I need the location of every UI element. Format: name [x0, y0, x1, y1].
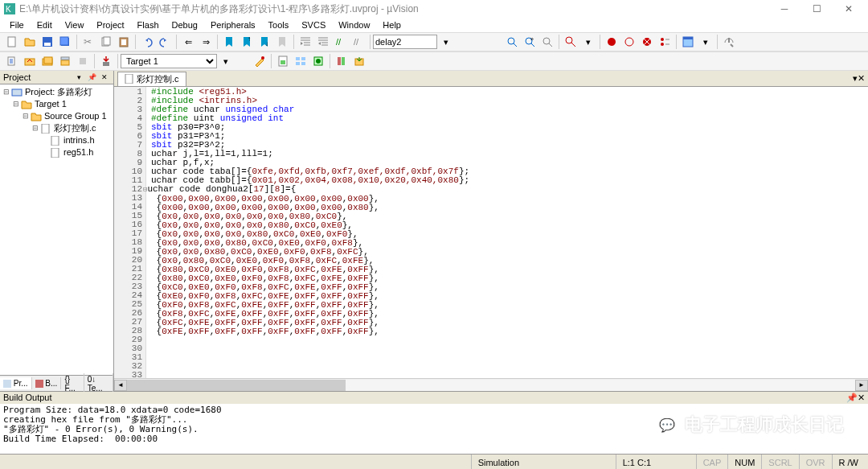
- svg-rect-27: [683, 37, 693, 39]
- indent-icon[interactable]: [297, 34, 313, 50]
- panel-close-icon[interactable]: ✕: [858, 393, 865, 403]
- tree-file[interactable]: intrins.h: [2, 134, 112, 146]
- tab-books[interactable]: B...: [32, 377, 62, 389]
- comment-icon[interactable]: //: [333, 34, 349, 50]
- translate-icon[interactable]: [4, 53, 20, 69]
- debug-icon[interactable]: [563, 34, 579, 50]
- expand-icon[interactable]: ⊟: [21, 110, 30, 122]
- menu-edit[interactable]: Edit: [31, 19, 59, 31]
- find-next-icon[interactable]: »: [522, 34, 538, 50]
- options-target-icon[interactable]: [252, 53, 268, 69]
- find-prev-icon[interactable]: [504, 34, 520, 50]
- download-icon[interactable]: [98, 53, 114, 69]
- menu-help[interactable]: Help: [376, 19, 407, 31]
- redo-icon[interactable]: [157, 34, 173, 50]
- target-combo[interactable]: Target 1: [121, 54, 217, 68]
- save-all-icon[interactable]: [57, 34, 73, 50]
- target-dropdown-icon[interactable]: ▾: [218, 53, 234, 69]
- pack-installer-icon[interactable]: [351, 53, 367, 69]
- svg-point-37: [261, 56, 264, 60]
- menu-svcs[interactable]: SVCS: [295, 19, 332, 31]
- breakpoint-list-icon[interactable]: [657, 34, 673, 50]
- new-file-icon[interactable]: [4, 34, 20, 50]
- bookmark-next-icon[interactable]: ↓: [256, 34, 272, 50]
- menu-debug[interactable]: Debug: [166, 19, 204, 31]
- manage-rte-icon[interactable]: [310, 53, 326, 69]
- window-layout-icon[interactable]: [680, 34, 696, 50]
- panel-close-icon[interactable]: ✕: [99, 72, 110, 83]
- panel-pin-icon[interactable]: 📌: [86, 72, 97, 83]
- tree-root[interactable]: ⊟ Project: 多路彩灯: [2, 86, 112, 98]
- menu-peripherals[interactable]: Peripherals: [204, 19, 262, 31]
- copy-icon[interactable]: [98, 34, 114, 50]
- books-icon[interactable]: [334, 53, 350, 69]
- code-editor[interactable]: 1234567891011121314151617181920212223242…: [114, 87, 868, 378]
- nav-fwd-icon[interactable]: ⇒: [198, 34, 214, 50]
- batch-build-icon[interactable]: [57, 53, 73, 69]
- find-dropdown-icon[interactable]: ▾: [438, 34, 454, 50]
- scroll-right-icon[interactable]: ►: [855, 380, 868, 391]
- editor-hscrollbar[interactable]: ◄ ►: [114, 378, 868, 391]
- open-file-icon[interactable]: [22, 34, 38, 50]
- menu-tools[interactable]: Tools: [262, 19, 296, 31]
- svg-rect-54: [35, 380, 43, 388]
- menu-project[interactable]: Project: [90, 19, 130, 31]
- svg-rect-46: [338, 57, 341, 65]
- window-dropdown-icon[interactable]: ▾: [698, 34, 714, 50]
- cut-icon[interactable]: ✂: [80, 34, 96, 50]
- build-output-text[interactable]: Program Size: data=18.0 xdata=0 code=168…: [0, 404, 868, 454]
- panel-pin-icon[interactable]: 📌: [846, 393, 858, 403]
- tab-functions[interactable]: {} F...: [61, 373, 84, 394]
- minimize-button[interactable]: ─: [768, 0, 800, 18]
- uncomment-icon[interactable]: //: [350, 34, 366, 50]
- bookmark-prev-icon[interactable]: ↑: [239, 34, 255, 50]
- bookmark-clear-icon[interactable]: [274, 34, 290, 50]
- menu-file[interactable]: File: [3, 19, 31, 31]
- menu-view[interactable]: View: [59, 19, 91, 31]
- editor-tab[interactable]: 彩灯控制.c: [117, 72, 186, 86]
- status-caps: CAP: [696, 455, 728, 469]
- close-button[interactable]: ✕: [833, 0, 865, 18]
- tree-label: Project: 多路彩灯: [23, 86, 92, 98]
- expand-icon[interactable]: ⊟: [31, 122, 39, 134]
- incremental-find-icon[interactable]: [539, 34, 555, 50]
- project-tree[interactable]: ⊟ Project: 多路彩灯 ⊟ Target 1 ⊟ Source Grou…: [0, 84, 113, 375]
- panel-dropdown-icon[interactable]: ▾: [73, 72, 84, 83]
- debug-dropdown-icon[interactable]: ▾: [580, 34, 596, 50]
- svg-text:»: »: [530, 36, 534, 42]
- breakpoint-kill-icon[interactable]: [639, 34, 655, 50]
- find-combo[interactable]: [373, 35, 437, 49]
- editor-close-icon[interactable]: ✕: [858, 73, 865, 84]
- nav-back-icon[interactable]: ⇐: [180, 34, 196, 50]
- expand-icon[interactable]: ⊟: [2, 86, 10, 98]
- svg-text://: //: [336, 37, 342, 47]
- tab-templates[interactable]: 0↓ Te...: [84, 373, 113, 394]
- rebuild-icon[interactable]: [39, 53, 55, 69]
- paste-icon[interactable]: [116, 34, 132, 50]
- code-content[interactable]: #include <reg51.h>#include <intrins.h>#d…: [146, 87, 469, 378]
- tree-file[interactable]: reg51.h: [2, 146, 112, 158]
- breakpoint-disable-icon[interactable]: [621, 34, 637, 50]
- svg-rect-28: [728, 38, 730, 43]
- configure-icon[interactable]: [721, 34, 737, 50]
- expand-icon[interactable]: ⊟: [11, 98, 20, 110]
- scroll-thumb[interactable]: [127, 380, 346, 391]
- bookmark-icon[interactable]: [221, 34, 237, 50]
- tree-target[interactable]: ⊟ Target 1: [2, 98, 112, 110]
- tree-file[interactable]: ⊟ 彩灯控制.c: [2, 122, 112, 134]
- breakpoint-icon[interactable]: [604, 34, 620, 50]
- save-icon[interactable]: [39, 34, 55, 50]
- tab-project[interactable]: Pr...: [0, 377, 32, 389]
- outdent-icon[interactable]: [315, 34, 331, 50]
- build-icon[interactable]: [22, 53, 38, 69]
- manage-icon[interactable]: [293, 53, 309, 69]
- status-ovr: OVR: [799, 455, 832, 469]
- stop-build-icon[interactable]: [75, 53, 91, 69]
- menu-flash[interactable]: Flash: [131, 19, 166, 31]
- tree-group[interactable]: ⊟ Source Group 1: [2, 110, 112, 122]
- maximize-button[interactable]: ☐: [800, 0, 833, 18]
- menu-window[interactable]: Window: [332, 19, 376, 31]
- undo-icon[interactable]: [139, 34, 155, 50]
- scroll-left-icon[interactable]: ◄: [114, 380, 127, 391]
- file-ext-icon[interactable]: [275, 53, 291, 69]
